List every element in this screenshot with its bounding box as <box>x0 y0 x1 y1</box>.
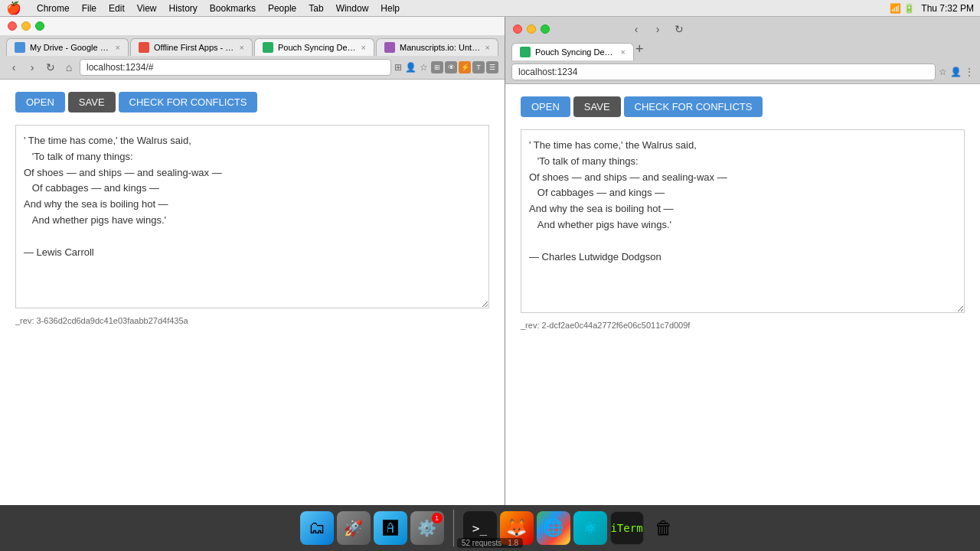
tab-favicon-offline <box>139 42 149 53</box>
ext-3-icon[interactable]: ⚡ <box>459 61 471 73</box>
app-toolbar-right: OPEN SAVE CHECK FOR CONFLICTS <box>521 96 965 117</box>
tab-favicon-gdrive <box>15 42 25 53</box>
apple-menu[interactable]: 🍎 <box>6 1 21 15</box>
clock: Thu 7:32 PM <box>921 3 974 14</box>
tab-label-pouch-right: Pouch Syncing Demo <box>535 47 616 57</box>
reload-button-left[interactable]: ↻ <box>43 60 58 75</box>
cast-icon: ⊞ <box>394 62 402 73</box>
menu-file[interactable]: File <box>82 3 96 14</box>
forward-button-left[interactable]: › <box>24 60 40 75</box>
tab-favicon-pouch-right <box>520 47 531 57</box>
ext-1-icon[interactable]: ⊞ <box>431 61 443 73</box>
dock: 🗂 🚀 🅰 ⚙️ 1 >_ 🦊 🌐 ⚛ iTerm 🗑 52 requests … <box>0 505 980 551</box>
maximize-button-right[interactable] <box>541 24 550 34</box>
menu-bar: 🍎 Chrome File Edit View History Bookmark… <box>0 0 980 17</box>
back-button-left[interactable]: ‹ <box>6 60 21 75</box>
save-button-right[interactable]: SAVE <box>573 96 621 117</box>
dock-iterm[interactable]: iTerm <box>610 511 644 545</box>
tab-close-manuscripts[interactable]: × <box>485 43 490 52</box>
tab-pouch-right[interactable]: Pouch Syncing Demo × <box>511 43 634 60</box>
more-icon-right[interactable]: ⋮ <box>965 67 974 77</box>
extension-icons: ⊞ 👁 ⚡ T ☰ <box>431 61 498 73</box>
dock-launchpad[interactable]: 🚀 <box>337 511 371 545</box>
dock-trash[interactable]: 🗑 <box>647 511 681 545</box>
settings-notification: 1 <box>432 513 443 523</box>
document-textarea-left[interactable]: ' The time has come,' the Walrus said, '… <box>15 125 489 308</box>
open-button-left[interactable]: OPEN <box>15 92 65 112</box>
app-content-left: OPEN SAVE CHECK FOR CONFLICTS ' The time… <box>0 80 505 505</box>
dock-settings[interactable]: ⚙️ 1 <box>410 511 444 545</box>
menu-history[interactable]: History <box>169 3 198 14</box>
address-bar-icons-left: ⊞ 👤 ☆ <box>394 62 428 73</box>
star-icon-right[interactable]: ☆ <box>939 67 947 77</box>
dock-requests-info: 52 requests 1.8 <box>457 538 523 548</box>
menu-view[interactable]: View <box>137 3 157 14</box>
tab-offline[interactable]: Offline First Apps - Google S... × <box>130 38 253 56</box>
browser-window-right: ‹ › ↻ Pouch Syncing Demo × + localhost:1… <box>505 17 980 505</box>
main-content: My Drive - Google Drive × Offline First … <box>0 17 980 505</box>
conflicts-button-right[interactable]: CHECK FOR CONFLICTS <box>624 96 763 117</box>
dock-chrome[interactable]: 🌐 <box>537 511 570 545</box>
address-text-right: localhost:1234 <box>518 67 577 77</box>
app-content-right: OPEN SAVE CHECK FOR CONFLICTS ' The time… <box>505 84 980 505</box>
menu-bookmarks[interactable]: Bookmarks <box>210 3 256 14</box>
open-button-right[interactable]: OPEN <box>521 96 570 117</box>
document-textarea-right[interactable]: ' The time has come,' the Walrus said, '… <box>521 129 965 313</box>
address-bar-left[interactable]: localhost:1234/# <box>80 59 391 76</box>
profile-icon: 👤 <box>405 62 416 73</box>
tab-close-pouch-left[interactable]: × <box>361 43 366 52</box>
reload-button-right[interactable]: ↻ <box>671 21 687 37</box>
menu-chrome[interactable]: Chrome <box>37 3 70 14</box>
profile-icon-right: 👤 <box>950 67 962 77</box>
tab-favicon-pouch-left <box>263 42 273 53</box>
new-tab-button-right[interactable]: + <box>635 41 644 60</box>
tab-label-manuscripts: Manuscripts.io: Untitled Pro... <box>400 43 481 52</box>
menu-edit[interactable]: Edit <box>109 3 125 14</box>
close-button-left[interactable] <box>8 21 17 31</box>
address-text-left: localhost:1234/# <box>87 62 153 73</box>
forward-button-right[interactable]: › <box>650 21 665 37</box>
minimize-button-left[interactable] <box>21 21 31 31</box>
close-button-right[interactable] <box>513 24 522 34</box>
ext-5-icon[interactable]: ☰ <box>486 61 498 73</box>
conflicts-button-left[interactable]: CHECK FOR CONFLICTS <box>119 92 258 112</box>
tab-manuscripts[interactable]: Manuscripts.io: Untitled Pro... × <box>376 38 498 56</box>
traffic-lights-right: ‹ › ↻ <box>505 17 980 41</box>
browser-window-left: My Drive - Google Drive × Offline First … <box>0 17 505 505</box>
status-icons: 📶 🔋 <box>890 3 915 14</box>
dock-app-store[interactable]: 🅰 <box>374 511 407 545</box>
ext-4-icon[interactable]: T <box>472 61 485 73</box>
tab-label-offline: Offline First Apps - Google S... <box>154 43 235 52</box>
tab-label-pouch-left: Pouch Syncing Demo <box>278 43 357 52</box>
tab-close-gdrive[interactable]: × <box>116 43 120 52</box>
requests-count: 52 requests <box>462 539 501 547</box>
ext-2-icon[interactable]: 👁 <box>445 61 457 73</box>
menu-help[interactable]: Help <box>381 3 400 14</box>
dock-divider <box>453 510 454 546</box>
menu-people[interactable]: People <box>268 3 296 14</box>
traffic-lights-left <box>0 17 505 35</box>
app-toolbar-left: OPEN SAVE CHECK FOR CONFLICTS <box>15 92 489 112</box>
tabs-bar-left: My Drive - Google Drive × Offline First … <box>0 35 505 56</box>
address-bar-row-left: ‹ › ↻ ⌂ localhost:1234/# ⊞ 👤 ☆ ⊞ 👁 ⚡ T ☰ <box>0 56 505 80</box>
bookmark-star-icon[interactable]: ☆ <box>420 62 428 73</box>
dock-react[interactable]: ⚛ <box>573 511 607 545</box>
tab-close-offline[interactable]: × <box>240 43 244 52</box>
address-bar-right[interactable]: localhost:1234 <box>511 64 936 80</box>
tab-gdrive[interactable]: My Drive - Google Drive × <box>6 38 129 56</box>
dock-finder[interactable]: 🗂 <box>300 511 334 545</box>
back-button-right[interactable]: ‹ <box>629 21 644 37</box>
menu-window[interactable]: Window <box>336 3 369 14</box>
maximize-button-left[interactable] <box>35 21 44 31</box>
address-bar-row-right: localhost:1234 ☆ 👤 ⋮ <box>505 60 980 84</box>
tab-favicon-manuscripts <box>384 42 395 53</box>
rev-label-right: _rev: 2-dcf2ae0c44a2772f6e06c5011c7d009f <box>521 321 965 330</box>
minimize-button-right[interactable] <box>527 24 536 34</box>
tab-pouch-left[interactable]: Pouch Syncing Demo × <box>254 38 374 56</box>
tab-close-pouch-right[interactable]: × <box>621 47 626 57</box>
menu-tab[interactable]: Tab <box>309 3 323 14</box>
save-button-left[interactable]: SAVE <box>68 92 116 112</box>
home-button-left[interactable]: ⌂ <box>61 60 77 75</box>
rev-label-left: _rev: 3-636d2cd6da9dc41e03faabb27d4f435a <box>15 316 489 325</box>
tab-label-gdrive: My Drive - Google Drive <box>30 43 111 52</box>
